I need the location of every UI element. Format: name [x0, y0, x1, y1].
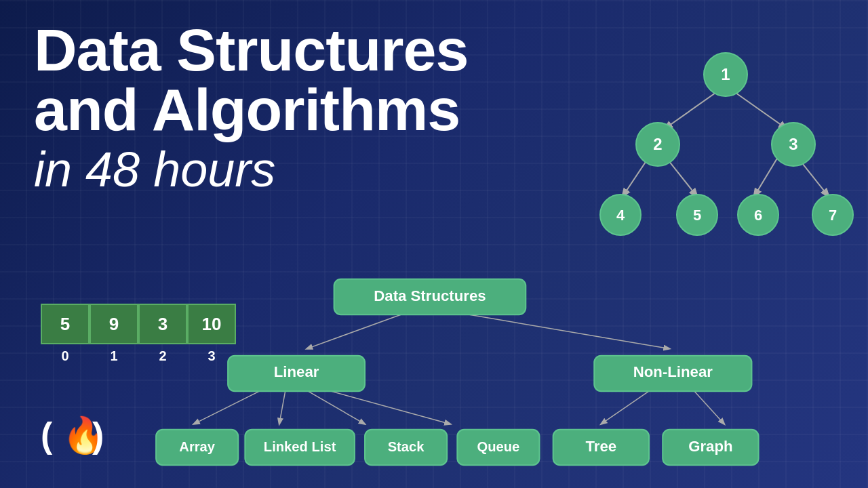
svg-line-31 — [601, 386, 656, 424]
title-line3: in 48 hours — [34, 143, 509, 197]
svg-text:5: 5 — [693, 207, 701, 224]
svg-text:6: 6 — [754, 207, 762, 224]
array-cell-0: 5 — [41, 304, 90, 344]
svg-line-4 — [729, 88, 787, 129]
tree-label: Tree — [586, 438, 617, 455]
svg-line-3 — [665, 88, 722, 129]
svg-line-27 — [279, 386, 286, 424]
svg-line-26 — [194, 386, 269, 424]
ds-root-label: Data Structures — [374, 287, 486, 304]
svg-text:(: ( — [41, 415, 53, 455]
svg-text:2: 2 — [653, 135, 662, 153]
graph-label: Graph — [688, 438, 732, 455]
svg-text:): ) — [92, 415, 104, 455]
array-label: Array — [179, 439, 216, 454]
svg-line-29 — [313, 386, 450, 424]
svg-line-32 — [690, 386, 724, 424]
ds-taxonomy-diagram: Data Structures Linear Non-Linear Array … — [149, 271, 861, 481]
linked-list-label: Linked List — [264, 439, 336, 454]
svg-line-7 — [754, 154, 780, 197]
array-index-1: 1 — [90, 348, 138, 364]
svg-text:1: 1 — [721, 65, 730, 83]
title-area: Data Structures and Algorithms in 48 hou… — [34, 20, 509, 197]
nonlinear-label: Non-Linear — [633, 363, 713, 380]
binary-tree-diagram: 1 2 3 4 5 6 7 — [583, 14, 868, 271]
queue-label: Queue — [477, 439, 519, 454]
fcc-logo: ( 🔥 ) — [34, 405, 115, 468]
svg-text:3: 3 — [789, 135, 797, 153]
stack-label: Stack — [388, 439, 425, 454]
array-index-0: 0 — [41, 348, 90, 364]
linear-label: Linear — [274, 363, 319, 380]
svg-text:4: 4 — [616, 207, 625, 224]
title-line1: Data Structures and Algorithms — [34, 20, 509, 140]
array-cell-1: 9 — [90, 304, 138, 344]
svg-text:7: 7 — [829, 207, 837, 224]
